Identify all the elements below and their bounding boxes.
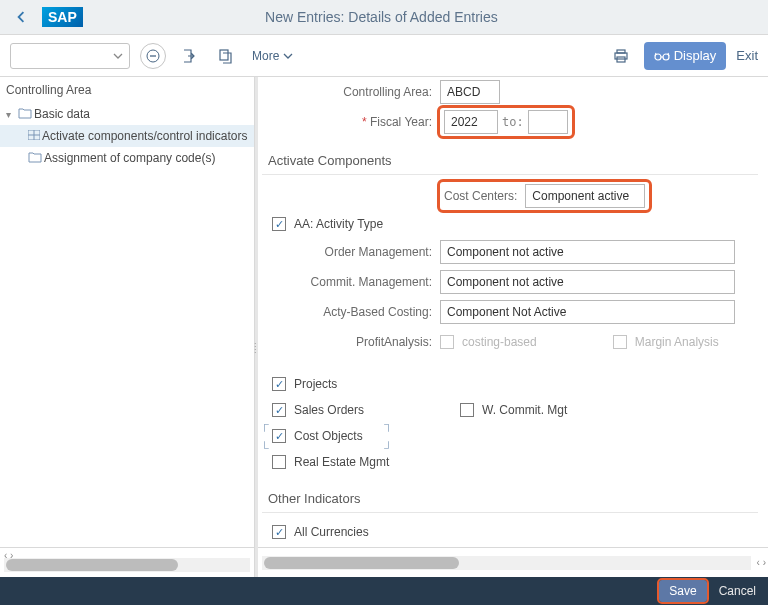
sales-orders-checkbox[interactable]: ✓ (272, 403, 286, 417)
display-label: Display (674, 48, 717, 63)
w-commit-checkbox[interactable] (460, 403, 474, 417)
chevron-down-icon (283, 51, 293, 61)
save-button[interactable]: Save (659, 580, 706, 602)
projects-label: Projects (294, 377, 337, 391)
toolbar-circle-minus-button[interactable] (140, 43, 166, 69)
sidebar-hscroll[interactable] (4, 558, 250, 572)
all-currencies-checkbox[interactable]: ✓ (272, 525, 286, 539)
row-fiscal-year: * Fiscal Year: 2022 to: (262, 107, 758, 137)
abc-label: Acty-Based Costing: (262, 305, 440, 319)
back-button[interactable] (8, 4, 34, 30)
row-commit-mgmt: Commit. Management: Component not active (262, 267, 758, 297)
sidebar-bottom: ‹ › (0, 547, 254, 577)
chevron-down-icon: ▾ (6, 109, 16, 120)
row-controlling-area: Controlling Area: ABCD (262, 77, 758, 107)
app-header: SAP New Entries: Details of Added Entrie… (0, 0, 768, 35)
tree-label: Activate components/control indicators (42, 129, 247, 143)
profit-costing-label: costing-based (462, 335, 537, 349)
projects-checkbox[interactable]: ✓ (272, 377, 286, 391)
page-title: New Entries: Details of Added Entries (83, 9, 680, 25)
cost-objects-checkbox[interactable]: ✓ (272, 429, 286, 443)
tree-assignment-company[interactable]: Assignment of company code(s) (0, 147, 254, 169)
toolbar-select[interactable] (10, 43, 130, 69)
all-currencies-label: All Currencies (294, 525, 369, 539)
sidebar: Controlling Area ▾ Basic data Activate c… (0, 77, 255, 577)
commit-mgmt-label: Commit. Management: (262, 275, 440, 289)
aa-activity-checkbox[interactable]: ✓ (272, 217, 286, 231)
splitter-handle-icon: ···· (254, 342, 257, 354)
row-cost-objects: ┌ └ ┐ ┘ ✓ Cost Objects (262, 423, 758, 449)
main-hscroll[interactable] (262, 556, 751, 570)
chevron-down-icon (113, 51, 123, 61)
scroll-arrows[interactable]: ‹ › (2, 550, 15, 561)
cancel-button[interactable]: Cancel (711, 580, 764, 602)
folder-icon (18, 107, 32, 122)
sales-orders-label: Sales Orders (294, 403, 364, 417)
row-sales-orders: ✓ Sales Orders W. Commit. Mgt (262, 397, 758, 423)
fiscal-year-label: * Fiscal Year: (262, 115, 440, 129)
row-real-estate: Real Estate Mgmt (262, 449, 758, 475)
grid-icon (28, 130, 40, 142)
main: Controlling Area: ABCD * Fiscal Year: 20… (258, 77, 768, 577)
abc-field[interactable]: Component Not Active (440, 300, 735, 324)
profit-margin-checkbox (613, 335, 627, 349)
cost-centers-field[interactable]: Component active (525, 184, 645, 208)
display-button[interactable]: Display (644, 42, 727, 70)
folder-icon (28, 151, 42, 166)
real-estate-label: Real Estate Mgmt (294, 455, 389, 469)
row-aa-activity: ✓ AA: Activity Type (262, 211, 758, 237)
scroll-arrows[interactable]: ‹ › (755, 557, 768, 568)
controlling-area-field[interactable]: ABCD (440, 80, 500, 104)
real-estate-checkbox[interactable] (272, 455, 286, 469)
row-projects: ✓ Projects (262, 371, 758, 397)
tree-label: Basic data (34, 107, 90, 121)
aa-activity-label: AA: Activity Type (294, 217, 383, 231)
exit-link[interactable]: Exit (736, 48, 758, 63)
svg-rect-2 (220, 50, 228, 60)
profit-costing-checkbox (440, 335, 454, 349)
body: Controlling Area ▾ Basic data Activate c… (0, 77, 768, 577)
svg-rect-4 (617, 50, 625, 53)
tree-basic-data[interactable]: ▾ Basic data (0, 103, 254, 125)
row-all-currencies: ✓ All Currencies (262, 519, 758, 545)
section-other-indicators: Other Indicators (262, 481, 758, 513)
tree-activate-components[interactable]: Activate components/control indicators (0, 125, 254, 147)
row-profit-analysis: ProfitAnalysis: costing-based Margin Ana… (262, 327, 758, 357)
sidebar-title: Controlling Area (0, 77, 254, 103)
w-commit-label: W. Commit. Mgt (482, 403, 567, 417)
row-cost-centers: Cost Centers: Component active (262, 181, 758, 211)
footer: Save Cancel (0, 577, 768, 605)
main-bottom: ‹ › (258, 547, 768, 577)
controlling-area-label: Controlling Area: (262, 85, 440, 99)
print-button[interactable] (608, 43, 634, 69)
toolbar-copy-button[interactable] (212, 43, 238, 69)
row-order-mgmt: Order Management: Component not active (262, 237, 758, 267)
cost-centers-label-text: Cost Centers: (444, 189, 525, 203)
cost-objects-label: Cost Objects (294, 429, 363, 443)
fiscal-year-field[interactable]: 2022 (444, 110, 498, 134)
glasses-icon (654, 50, 670, 62)
tree-label: Assignment of company code(s) (44, 151, 215, 165)
toolbar-exit-icon-button[interactable] (176, 43, 202, 69)
toolbar-more-label: More (252, 49, 279, 63)
profit-margin-label: Margin Analysis (635, 335, 719, 349)
order-mgmt-field[interactable]: Component not active (440, 240, 735, 264)
fiscal-year-to-field[interactable] (528, 110, 568, 134)
order-mgmt-label: Order Management: (262, 245, 440, 259)
toolbar-more-button[interactable]: More (252, 49, 293, 63)
profit-analysis-label: ProfitAnalysis: (262, 335, 440, 349)
commit-mgmt-field[interactable]: Component not active (440, 270, 735, 294)
to-label: to: (498, 115, 528, 129)
sap-logo: SAP (42, 7, 83, 27)
toolbar: More Display Exit (0, 35, 768, 77)
section-activate-components: Activate Components (262, 143, 758, 175)
row-abc: Acty-Based Costing: Component Not Active (262, 297, 758, 327)
